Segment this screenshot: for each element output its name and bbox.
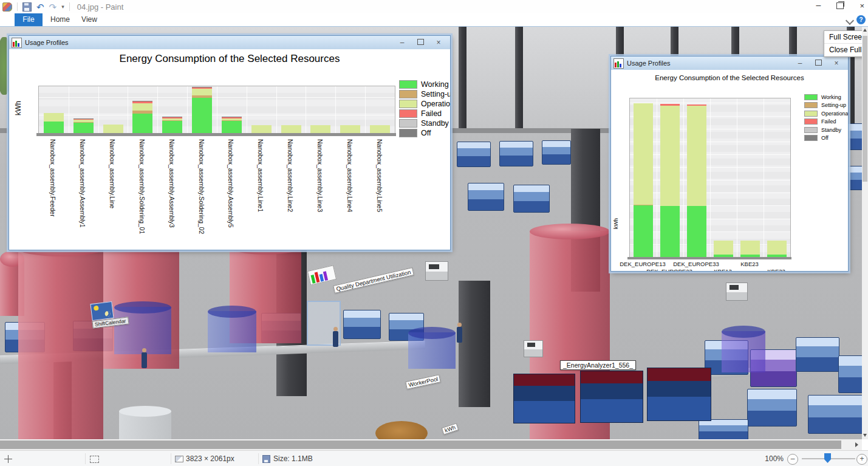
qat-dropdown-icon[interactable]: ▾	[61, 4, 64, 10]
zoom-level: 100%	[760, 454, 784, 463]
machine	[796, 337, 839, 372]
legend-swatch	[804, 94, 818, 100]
minimize-button[interactable]: –	[791, 57, 809, 69]
scroll-right-icon[interactable]	[855, 442, 858, 447]
bar-segment-setting-up	[73, 122, 94, 123]
legend-label: Standby	[421, 119, 449, 128]
gray-cylinder	[119, 411, 171, 439]
paint-logo-icon[interactable]	[2, 2, 12, 12]
gridline	[157, 86, 158, 134]
scene-label-workerpool: WorkerPool	[405, 374, 441, 389]
mini-bar-chart-icon	[307, 265, 337, 285]
legend-label: Standby	[821, 127, 841, 133]
minimize-button[interactable]: –	[393, 36, 411, 49]
round-table	[375, 421, 428, 439]
window-title: 04.jpg - Paint	[77, 2, 124, 12]
tab-view[interactable]: View	[77, 13, 102, 26]
help-icon[interactable]: ?	[856, 15, 866, 24]
legend-item: Setting-up	[399, 89, 450, 99]
gridline	[737, 98, 737, 258]
gridline	[39, 115, 395, 115]
window-titlebar[interactable]: Usage Profiles – ×	[9, 36, 450, 50]
zoom-slider-thumb[interactable]	[824, 453, 831, 463]
bar-segment-operational	[103, 125, 123, 133]
bar-segment-operational	[370, 125, 390, 133]
tab-home[interactable]: Home	[46, 13, 74, 26]
chart-base	[627, 257, 791, 259]
save-icon[interactable]	[22, 2, 32, 12]
legend-item: Off	[804, 134, 848, 143]
x-axis-label: Nanobox_assembly.Soldering_01	[138, 139, 146, 250]
file-size-icon	[262, 455, 270, 463]
vertical-scrollbar[interactable]	[862, 26, 868, 439]
legend-label: Setting-up	[821, 102, 846, 108]
maximize-button[interactable]	[411, 36, 429, 49]
legend-swatch	[804, 118, 818, 125]
legend-label: Working	[821, 94, 841, 100]
restore-button[interactable]	[836, 2, 844, 9]
close-button[interactable]: ×	[859, 1, 864, 10]
legend-swatch	[399, 90, 417, 98]
bar-segment-setting-up	[222, 120, 242, 121]
window-titlebar[interactable]: Usage Profiles – ×	[611, 57, 848, 70]
y-axis-title: kWh	[613, 211, 619, 236]
chart-window-icon	[613, 58, 624, 69]
legend-item: Working	[804, 93, 848, 101]
soldering-machine	[580, 371, 643, 423]
legend-label: Setting-up	[421, 90, 450, 98]
printer	[524, 340, 543, 357]
blue-tank	[208, 311, 256, 352]
gridline	[630, 142, 790, 142]
gridline	[306, 86, 306, 134]
ribbon-tabs: File Home View ?	[0, 13, 868, 27]
scroll-up-icon[interactable]	[863, 29, 867, 32]
x-axis-label: Nanobox_assembly.Feeder	[49, 139, 56, 250]
machine	[838, 355, 862, 393]
bar-segment-off	[222, 117, 242, 117]
legend-item: Standby	[399, 118, 450, 128]
bar-segment-failed	[132, 101, 152, 103]
bar-segment-working	[73, 123, 94, 134]
machine	[699, 419, 748, 439]
maximize-button[interactable]	[809, 57, 827, 69]
close-button[interactable]: ×	[827, 57, 846, 69]
undo-icon[interactable]: ↶	[36, 2, 44, 12]
legend-swatch	[804, 135, 818, 141]
gridline	[98, 86, 99, 134]
gridline	[69, 86, 69, 134]
scene-label-kwh: kWh	[442, 423, 459, 434]
ribbon-collapse-icon[interactable]	[846, 16, 854, 25]
legend-label: Operational	[421, 100, 450, 108]
legend-swatch	[399, 119, 417, 128]
vertical-scroll-thumb[interactable]	[863, 36, 867, 182]
bar-segment-operational	[714, 241, 733, 255]
chart-title: Energy Consumption of the Selected Resou…	[611, 74, 848, 81]
horizontal-scrollbar[interactable]	[0, 439, 862, 450]
window-title: Usage Profiles	[627, 60, 671, 67]
zoom-out-button[interactable]: –	[787, 454, 798, 465]
legend-label: Working	[421, 80, 449, 89]
bar-segment-working	[660, 206, 680, 258]
legend-item: Failed	[399, 109, 450, 118]
zoom-in-button[interactable]: +	[856, 454, 867, 465]
bar-segment-failed	[687, 105, 706, 106]
scroll-down-icon[interactable]	[863, 434, 867, 437]
x-axis-label: KBE23	[722, 261, 777, 267]
app-titlebar: ↶ ↷ ▾ 04.jpg - Paint – ×	[0, 0, 868, 13]
bar-segment-off	[192, 87, 212, 88]
menu-item-full-screen[interactable]: Full Screen	[824, 31, 862, 44]
chart-legend: WorkingSetting-upOperationalFailedStandb…	[399, 80, 450, 138]
legend-label: Off	[421, 129, 431, 137]
menu-item-close-full-screen[interactable]: Close Full S	[824, 44, 862, 57]
chart-base	[36, 133, 396, 136]
minimize-button[interactable]: –	[816, 1, 821, 9]
tab-file[interactable]: File	[15, 13, 43, 26]
machine	[747, 389, 797, 427]
viewer-context-menu: Full Screen Close Full S	[824, 30, 862, 57]
horizontal-scroll-thumb[interactable]	[0, 440, 841, 449]
plot-area	[38, 86, 395, 134]
close-button[interactable]: ×	[429, 36, 448, 49]
redo-icon[interactable]: ↷	[49, 2, 57, 12]
bar-segment-operational	[162, 118, 182, 120]
legend-item: Standby	[804, 126, 848, 134]
